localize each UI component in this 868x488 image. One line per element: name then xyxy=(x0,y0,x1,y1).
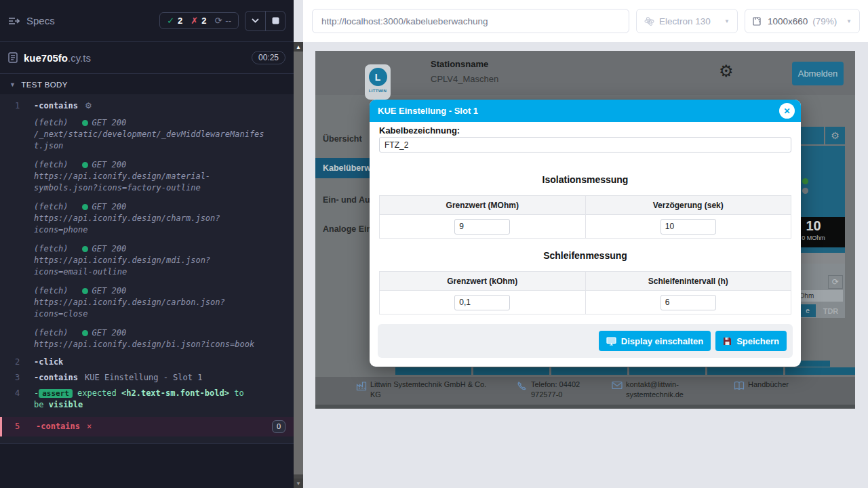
viewport-size: 1000x660 xyxy=(768,16,808,26)
url-text: http://localhost:3000/kabelueberwachung xyxy=(321,16,488,26)
status-dot-icon xyxy=(82,288,88,294)
isolation-table: Grenzwert (MOhm) Verzögerung (sek) xyxy=(379,195,791,239)
spec-file-icon xyxy=(8,52,18,63)
command-row-contains-failed[interactable]: 5 -contains × 0 xyxy=(0,417,294,436)
col-header-grenzwert-mohm: Grenzwert (MOhm) xyxy=(380,196,585,214)
viewport-selector[interactable]: 1000x660 (79%) ▼ xyxy=(745,9,860,33)
specs-list-icon xyxy=(8,16,20,26)
chevron-down-icon: ▼ xyxy=(9,81,16,88)
display-icon xyxy=(606,337,616,346)
reporter-scrollbar[interactable]: ▲ ▼ xyxy=(294,42,303,488)
retry-count-badge: 0 xyxy=(272,420,285,433)
modal-footer: Display einschalten Speichern xyxy=(378,324,793,358)
save-button[interactable]: Speichern xyxy=(715,331,787,351)
assert-message: -assertexpected <h2.text-sm.font-bold> t… xyxy=(34,388,244,411)
scroll-down-icon[interactable]: ▼ xyxy=(294,479,303,488)
fail-x-icon: × xyxy=(87,421,92,432)
status-dot-icon xyxy=(82,204,88,210)
col-header-verzoegerung: Verzögerung (sek) xyxy=(585,196,791,214)
stop-button[interactable] xyxy=(265,12,285,30)
reload-icon: ⟳ xyxy=(214,16,222,26)
stat-pending: ⟳-- xyxy=(214,16,231,26)
scrollbar-thumb[interactable] xyxy=(294,52,303,474)
collapse-button[interactable] xyxy=(245,12,265,30)
spec-name: kue705fo.cy.ts xyxy=(24,52,91,64)
ruler-icon xyxy=(753,16,763,26)
fetch-log-entry[interactable]: (fetch)GET 200 https://api.iconify.desig… xyxy=(0,240,294,282)
stat-passed: ✓2 xyxy=(167,16,182,26)
kue-settings-modal: KUE Einstellung - Slot 1 ✕ Kabelbezeichn… xyxy=(370,100,801,367)
fetch-log-entry[interactable]: (fetch)GET 200 /_next/static/development… xyxy=(0,114,294,156)
schleifen-table: Grenzwert (kOhm) Schleifenintervall (h) xyxy=(379,271,791,314)
check-icon: ✓ xyxy=(167,16,174,26)
reporter-header: Specs ✓2 ✗2 ⟳-- xyxy=(0,0,294,42)
command-row-contains-1[interactable]: 1 -contains ⚙ xyxy=(0,98,294,114)
command-row-contains-3[interactable]: 3 -contains KUE Einstellung - Slot 1 xyxy=(0,370,294,386)
section-title-schleifen: Schleifenmessung xyxy=(370,250,801,261)
electron-icon xyxy=(644,16,654,26)
display-on-button[interactable]: Display einschalten xyxy=(599,331,711,351)
floppy-icon xyxy=(723,337,732,346)
modal-titlebar: KUE Einstellung - Slot 1 xyxy=(370,100,801,122)
specs-title: Specs xyxy=(26,15,55,26)
stat-failed: ✗2 xyxy=(191,16,206,26)
gear-icon: ⚙ xyxy=(85,100,92,112)
fetch-log-entry[interactable]: (fetch)GET 200 https://api.iconify.desig… xyxy=(0,156,294,198)
command-log: 1 -contains ⚙ (fetch)GET 200 /_next/stat… xyxy=(0,94,294,443)
col-header-grenzwert-kohm: Grenzwert (kOhm) xyxy=(380,272,585,290)
aut-toolbar: http://localhost:3000/kabelueberwachung … xyxy=(303,0,868,42)
chevron-down-icon: ▼ xyxy=(846,18,852,24)
app-under-test: L LITTWIN Stationsname CPLV4_Maschen ⚙ A… xyxy=(315,51,855,409)
cypress-reporter: Specs ✓2 ✗2 ⟳-- kue705fo.cy.ts 00:25 ▼ T… xyxy=(0,0,294,488)
viewport-zoom: (79%) xyxy=(812,16,837,26)
spec-duration-badge: 00:25 xyxy=(252,51,285,64)
fetch-log-entry[interactable]: (fetch)GET 200 https://api.iconify.desig… xyxy=(0,198,294,240)
test-body-label: TEST BODY xyxy=(21,81,68,89)
url-input[interactable]: http://localhost:3000/kabelueberwachung xyxy=(312,9,629,33)
page: Specs ✓2 ✗2 ⟳-- kue705fo.cy.ts 00:25 ▼ T… xyxy=(0,0,868,488)
col-header-schleifenintervall: Schleifenintervall (h) xyxy=(585,272,791,290)
specs-menu-button[interactable]: Specs xyxy=(8,15,55,26)
chevron-down-icon xyxy=(252,18,259,23)
command-row-click[interactable]: 2 -click xyxy=(0,354,294,370)
status-dot-icon xyxy=(82,162,88,168)
section-title-isolation: Isolationsmessung xyxy=(370,174,801,185)
littwin-logo: L LITTWIN xyxy=(365,64,391,100)
cable-designation-input[interactable] xyxy=(379,137,791,152)
status-dot-icon xyxy=(82,246,88,252)
fetch-log-entry[interactable]: (fetch)GET 200 https://api.iconify.desig… xyxy=(0,324,294,354)
grenzwert-kohm-input[interactable] xyxy=(454,295,510,310)
status-dot-icon xyxy=(82,330,88,336)
test-body-toggle[interactable]: ▼ TEST BODY xyxy=(0,74,294,94)
scroll-up-icon[interactable]: ▲ xyxy=(294,42,303,52)
command-row-assert[interactable]: 4 -assertexpected <h2.text-sm.font-bold>… xyxy=(0,386,294,413)
assert-badge: assert xyxy=(39,389,73,398)
divider xyxy=(0,443,294,444)
run-controls xyxy=(245,11,285,31)
logo-glyph: L xyxy=(369,68,387,86)
browser-selector[interactable]: Electron 130 ▼ xyxy=(636,9,738,33)
stop-icon xyxy=(272,17,279,24)
browser-label: Electron 130 xyxy=(659,16,711,26)
fetch-log-entry[interactable]: (fetch)GET 200 https://api.iconify.desig… xyxy=(0,282,294,324)
close-icon[interactable]: ✕ xyxy=(779,103,795,119)
test-stats[interactable]: ✓2 ✗2 ⟳-- xyxy=(159,12,239,29)
status-dot-icon xyxy=(82,120,88,126)
grenzwert-mohm-input[interactable] xyxy=(454,219,510,235)
verzoegerung-input[interactable] xyxy=(660,219,716,235)
chevron-down-icon: ▼ xyxy=(724,18,730,24)
cross-icon: ✗ xyxy=(191,16,198,26)
cable-designation-label: Kabelbezeichnung: xyxy=(379,125,460,136)
schleifenintervall-input[interactable] xyxy=(660,295,716,310)
modal-title: KUE Einstellung - Slot 1 xyxy=(378,106,478,116)
spec-file-row[interactable]: kue705fo.cy.ts 00:25 xyxy=(0,42,294,74)
